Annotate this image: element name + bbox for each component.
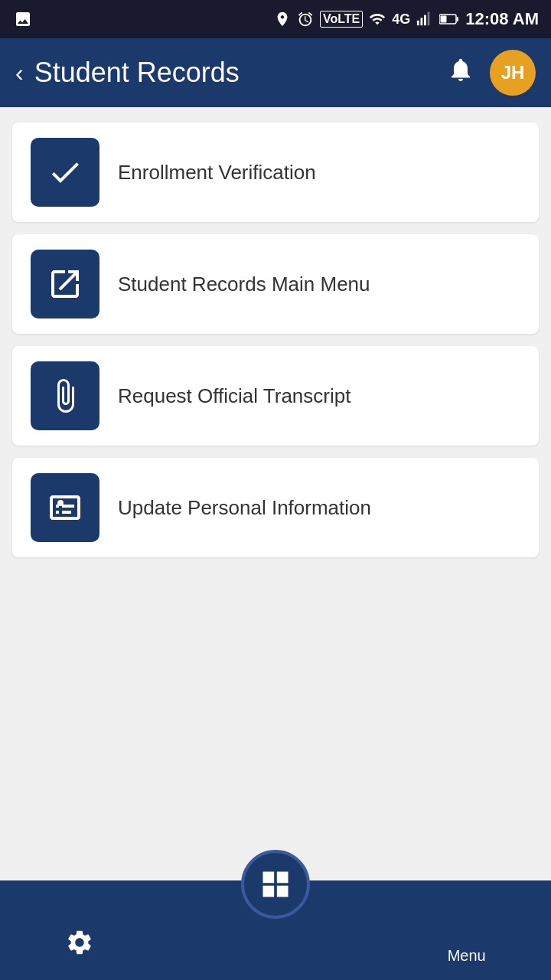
paperclip-icon	[47, 377, 83, 414]
update-personal-info-icon-box	[31, 473, 99, 542]
bottom-nav: Menu	[0, 880, 551, 980]
id-card-icon	[47, 489, 83, 526]
student-records-main-label: Student Records Main Menu	[118, 273, 370, 296]
image-icon	[12, 10, 34, 28]
wifi-icon	[369, 11, 386, 28]
svg-rect-5	[457, 17, 459, 21]
check-icon	[47, 154, 83, 191]
enrollment-verification-item[interactable]: Enrollment Verification	[12, 122, 539, 222]
main-content: Enrollment Verification Student Records …	[0, 107, 551, 880]
header-right: JH	[447, 50, 536, 96]
svg-rect-0	[417, 21, 419, 25]
external-link-icon	[47, 266, 83, 302]
update-personal-info-label: Update Personal Information	[118, 496, 371, 520]
menu-center-button[interactable]	[241, 850, 310, 919]
page-title: Student Records	[34, 57, 240, 89]
request-transcript-icon-box	[31, 361, 99, 430]
svg-rect-6	[441, 16, 447, 23]
user-avatar[interactable]: JH	[490, 50, 536, 96]
svg-point-7	[57, 500, 64, 506]
svg-rect-3	[428, 12, 430, 25]
settings-icon	[65, 928, 94, 957]
settings-nav-item[interactable]	[65, 928, 94, 965]
enrollment-verification-label: Enrollment Verification	[118, 161, 316, 185]
menu-label: Menu	[448, 947, 486, 965]
status-bar-left	[12, 10, 34, 28]
clock: 12:08 AM	[465, 9, 539, 29]
volte-badge: VoLTE	[320, 11, 363, 28]
grid-icon	[259, 867, 292, 901]
status-bar: VoLTE 4G 12:08 AM	[0, 0, 551, 38]
header-left: ‹ Student Records	[15, 57, 240, 89]
student-records-main-item[interactable]: Student Records Main Menu	[12, 234, 539, 334]
status-bar-right: VoLTE 4G 12:08 AM	[274, 9, 539, 29]
request-transcript-item[interactable]: Request Official Transcript	[12, 346, 539, 446]
update-personal-info-item[interactable]: Update Personal Information	[12, 458, 539, 557]
battery-icon	[439, 11, 459, 28]
enrollment-verification-icon-box	[31, 138, 99, 207]
signal-icon	[416, 11, 433, 28]
4g-badge: 4G	[392, 11, 410, 28]
student-records-main-icon-box	[31, 250, 99, 318]
alarm-icon	[297, 11, 314, 28]
request-transcript-label: Request Official Transcript	[118, 384, 350, 408]
notification-bell-icon[interactable]	[447, 56, 474, 90]
location-icon	[274, 11, 291, 28]
svg-rect-1	[421, 18, 423, 25]
back-button[interactable]: ‹	[15, 59, 24, 87]
svg-rect-2	[424, 15, 426, 26]
header: ‹ Student Records JH	[0, 38, 551, 107]
